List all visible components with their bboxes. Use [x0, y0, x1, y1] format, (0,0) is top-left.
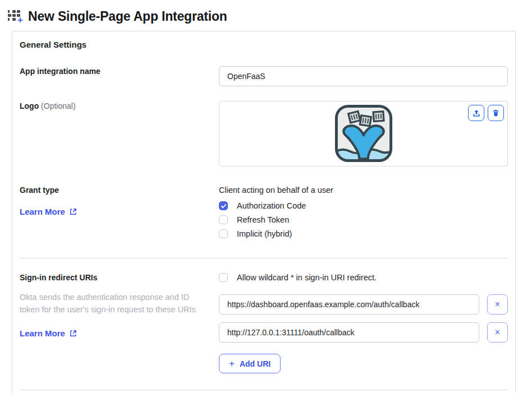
- bottom-divider: [20, 390, 508, 390]
- app-grid-add-icon: +: [8, 9, 23, 24]
- grant-option-refresh-token: Refresh Token: [219, 215, 508, 224]
- grant-option-implicit: Implicit (hybrid): [219, 229, 508, 238]
- close-icon: ×: [495, 328, 500, 337]
- add-uri-button[interactable]: + Add URI: [219, 354, 281, 373]
- close-icon: ×: [495, 300, 500, 309]
- redirect-uri-input-2[interactable]: [219, 322, 479, 343]
- implicit-hybrid-checkbox[interactable]: [219, 229, 228, 238]
- logo-actions: [468, 105, 504, 121]
- grant-type-group-label: Client acting on behalf of a user: [219, 186, 508, 195]
- section-title: General Settings: [20, 40, 508, 49]
- learn-more-label: Learn More: [20, 329, 65, 338]
- app-name-row: App integration name: [20, 66, 508, 86]
- wildcard-label: Allow wildcard * in sign-in URI redirect…: [237, 273, 377, 282]
- remove-uri-button-2[interactable]: ×: [487, 322, 508, 343]
- logo-preview-box: [219, 101, 508, 167]
- grant-option-label: Authorization Code: [237, 201, 306, 210]
- grant-type-row: Grant type Learn More Client acting on b…: [20, 186, 508, 243]
- logo-row: Logo (Optional): [20, 101, 508, 167]
- grant-option-label: Refresh Token: [237, 215, 289, 224]
- wildcard-option: Allow wildcard * in sign-in URI redirect…: [219, 273, 508, 282]
- redirect-uris-help-text: Okta sends the authentication response a…: [20, 291, 205, 316]
- authorization-code-checkbox[interactable]: [219, 201, 228, 210]
- external-link-icon: [69, 207, 77, 216]
- external-link-icon: [69, 329, 77, 337]
- logo-label: Logo (Optional): [20, 101, 76, 110]
- trash-icon: [492, 109, 500, 117]
- app-name-label: App integration name: [20, 67, 100, 76]
- wildcard-checkbox[interactable]: [219, 273, 228, 282]
- page-title: New Single-Page App Integration: [28, 9, 227, 24]
- plus-icon: +: [229, 358, 235, 369]
- add-uri-label: Add URI: [240, 359, 270, 368]
- openfaas-whale-logo: [334, 104, 393, 163]
- grant-type-learn-more-link[interactable]: Learn More: [20, 207, 77, 216]
- section-divider: [20, 258, 508, 258]
- logo-label-text: Logo: [20, 101, 39, 110]
- redirect-uri-input-1[interactable]: [219, 294, 479, 315]
- redirect-uris-row: Sign-in redirect URIs Okta sends the aut…: [20, 273, 508, 373]
- upload-logo-button[interactable]: [468, 105, 484, 121]
- grant-option-authorization-code: Authorization Code: [219, 201, 508, 210]
- remove-uri-button-1[interactable]: ×: [487, 294, 508, 315]
- redirect-uris-label: Sign-in redirect URIs: [20, 273, 208, 282]
- page-header: + New Single-Page App Integration: [0, 0, 532, 24]
- plus-glyph: +: [17, 16, 23, 24]
- app-name-input[interactable]: [219, 66, 508, 86]
- check-icon: [221, 203, 227, 209]
- general-settings-card: General Settings App integration name Lo…: [12, 31, 516, 393]
- learn-more-label: Learn More: [20, 207, 65, 216]
- refresh-token-checkbox[interactable]: [219, 215, 228, 224]
- grant-option-label: Implicit (hybrid): [237, 229, 292, 238]
- grant-type-label: Grant type: [20, 186, 208, 195]
- upload-icon: [472, 109, 481, 118]
- redirect-uri-row-1: ×: [219, 294, 508, 315]
- delete-logo-button[interactable]: [488, 105, 504, 121]
- logo-optional-text: (Optional): [41, 101, 75, 110]
- redirect-uri-row-2: ×: [219, 322, 508, 343]
- redirect-uris-learn-more-link[interactable]: Learn More: [20, 329, 77, 338]
